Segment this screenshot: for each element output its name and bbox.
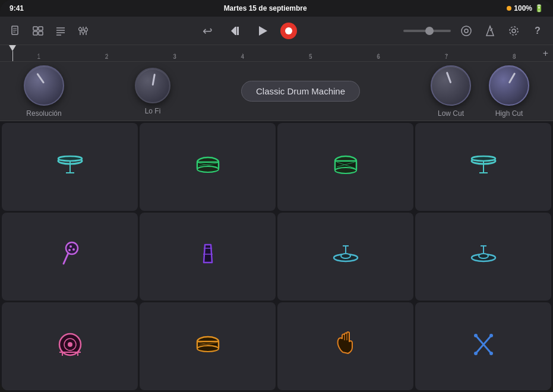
pad-12[interactable] — [415, 302, 551, 390]
pad-3[interactable] — [277, 123, 413, 211]
cowbell-icon — [193, 240, 223, 274]
document-icon[interactable] — [7, 23, 24, 39]
mixer-icon[interactable] — [75, 23, 91, 39]
lowcut-knob[interactable] — [431, 65, 471, 106]
pad-10[interactable] — [140, 302, 276, 390]
list-icon[interactable] — [52, 23, 69, 39]
toolbar-left-group — [7, 23, 91, 39]
kick-icon — [55, 330, 85, 363]
highcut-knob[interactable] — [489, 65, 529, 106]
metronome-icon[interactable] — [482, 23, 498, 39]
cymbal2-icon — [469, 240, 498, 274]
toolbar-right-group: ? — [403, 23, 546, 39]
svg-point-50 — [68, 249, 71, 251]
ruler-mark: 2 — [72, 53, 140, 60]
hihat-icon — [55, 150, 85, 184]
toolbar: ↩ — [0, 17, 553, 45]
pad-5[interactable] — [2, 213, 138, 301]
svg-point-23 — [464, 29, 468, 33]
lofi-knob[interactable] — [135, 68, 170, 103]
timeline-ruler: 12345678 + — [0, 45, 553, 62]
snare2-icon — [331, 150, 361, 184]
svg-rect-6 — [33, 31, 37, 35]
ruler-mark: 3 — [141, 53, 208, 60]
pad-9[interactable] — [2, 302, 138, 390]
svg-point-34 — [197, 166, 219, 172]
status-indicators: 100% 🔋 — [507, 4, 543, 12]
svg-point-54 — [341, 254, 350, 258]
status-time: 9:41 — [10, 4, 24, 12]
svg-point-79 — [474, 352, 478, 355]
hand-icon — [331, 330, 361, 363]
ruler-mark: 7 — [412, 53, 480, 60]
play-button[interactable] — [253, 21, 272, 40]
svg-point-49 — [72, 248, 75, 251]
svg-rect-20 — [237, 27, 239, 35]
svg-rect-5 — [39, 27, 43, 30]
lofi-knob-group: Lo Fi — [135, 68, 170, 115]
ruler-mark: 5 — [277, 53, 345, 60]
instrument-name-badge[interactable]: Classic Drum Machine — [241, 81, 360, 102]
help-icon[interactable]: ? — [529, 23, 546, 39]
svg-marker-18 — [231, 27, 235, 35]
lofi-label: Lo Fi — [145, 107, 161, 115]
ruler-mark: 4 — [208, 53, 276, 60]
cymbal1-icon — [331, 240, 361, 274]
loop-icon[interactable] — [458, 23, 475, 39]
svg-marker-21 — [259, 26, 267, 36]
svg-point-16 — [82, 30, 85, 33]
resolution-knob[interactable] — [24, 65, 64, 106]
battery-icon: 🔋 — [535, 4, 543, 12]
pad-8[interactable] — [415, 213, 551, 301]
lowcut-knob-group: Low Cut — [431, 65, 471, 118]
volume-slider[interactable] — [403, 30, 451, 32]
battery-dot-icon — [507, 6, 511, 11]
svg-point-80 — [489, 352, 493, 355]
svg-point-27 — [510, 27, 518, 35]
pad-1[interactable] — [2, 123, 138, 211]
ruler-mark: 1 — [5, 53, 72, 60]
svg-rect-4 — [33, 27, 37, 30]
battery-level: 100% — [514, 4, 532, 12]
svg-point-26 — [512, 29, 516, 33]
ruler-mark: 8 — [481, 53, 548, 60]
svg-point-17 — [85, 28, 88, 31]
pad-6[interactable] — [140, 213, 276, 301]
status-bar: 9:41 Martes 15 de septiembre 100% 🔋 — [0, 0, 553, 17]
svg-rect-19 — [235, 27, 236, 35]
skip-back-button[interactable] — [226, 21, 245, 40]
svg-point-43 — [472, 156, 495, 161]
undo-button[interactable]: ↩ — [198, 21, 217, 40]
pad-4[interactable] — [415, 123, 551, 211]
svg-point-48 — [69, 245, 72, 248]
layers-icon[interactable] — [30, 23, 46, 39]
ruler-marks: 12345678 — [5, 45, 548, 61]
hihat2-icon — [469, 150, 498, 184]
record-button[interactable] — [280, 23, 297, 39]
pad-7[interactable] — [277, 213, 413, 301]
svg-line-47 — [64, 253, 68, 264]
svg-point-58 — [479, 254, 488, 258]
svg-point-29 — [58, 156, 82, 161]
svg-point-15 — [79, 27, 82, 30]
time-display: 9:41 — [10, 4, 24, 12]
toolbar-center-group: ↩ — [198, 21, 297, 40]
svg-point-39 — [335, 167, 356, 173]
main-content — [0, 121, 553, 392]
svg-point-78 — [489, 334, 493, 337]
instrument-name-text: Classic Drum Machine — [256, 86, 345, 96]
add-track-button[interactable]: + — [543, 48, 548, 59]
pad-2[interactable] — [140, 123, 276, 211]
controls-right: Low Cut High Cut — [431, 65, 529, 118]
highcut-knob-group: High Cut — [489, 65, 529, 118]
snare3-icon — [193, 330, 223, 363]
pad-11[interactable] — [277, 302, 413, 390]
svg-rect-7 — [39, 31, 43, 35]
highcut-label: High Cut — [495, 109, 523, 118]
svg-point-63 — [68, 342, 72, 347]
resolution-knob-group: Resolución — [24, 65, 64, 118]
settings-icon[interactable] — [505, 23, 522, 39]
svg-point-77 — [474, 334, 478, 337]
date-display: Martes 15 de septiembre — [224, 4, 307, 12]
ruler-mark: 6 — [345, 53, 412, 60]
